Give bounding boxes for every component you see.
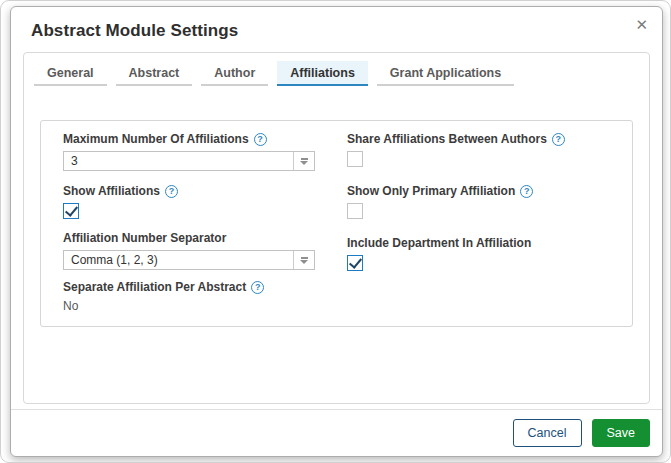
field-include-department: Include Department In Affiliation xyxy=(347,236,612,271)
field-label: Show Affiliations ? xyxy=(63,184,315,199)
field-show-affiliations: Show Affiliations ? xyxy=(63,184,315,219)
field-label: Separate Affiliation Per Abstract ? xyxy=(63,280,315,295)
field-label: Show Only Primary Affiliation ? xyxy=(347,184,612,199)
max-affiliations-select[interactable]: 3 xyxy=(63,151,315,171)
separate-affiliation-value: No xyxy=(63,299,315,314)
share-affiliations-checkbox[interactable] xyxy=(347,151,363,167)
show-affiliations-checkbox[interactable] xyxy=(63,203,79,219)
share-affiliations-label: Share Affiliations Between Authors xyxy=(347,132,547,147)
field-max-affiliations: Maximum Number Of Affiliations ? 3 xyxy=(63,132,315,171)
field-number-separator: Affiliation Number Separator Comma (1, 2… xyxy=(63,231,315,270)
help-icon[interactable]: ? xyxy=(552,133,565,146)
field-share-affiliations: Share Affiliations Between Authors ? xyxy=(347,132,612,167)
settings-tab-panel: General Abstract Author Affiliations Gra… xyxy=(23,52,650,404)
tab-grant-applications[interactable]: Grant Applications xyxy=(377,61,514,86)
affiliations-settings-form: Maximum Number Of Affiliations ? 3 Show … xyxy=(40,120,633,327)
field-label: Maximum Number Of Affiliations ? xyxy=(63,132,315,147)
field-separate-affiliation: Separate Affiliation Per Abstract ? No xyxy=(63,280,315,314)
cancel-button[interactable]: Cancel xyxy=(513,419,582,447)
help-icon[interactable]: ? xyxy=(254,133,267,146)
help-icon[interactable]: ? xyxy=(520,185,533,198)
primary-affiliation-label: Show Only Primary Affiliation xyxy=(347,184,515,199)
tab-general[interactable]: General xyxy=(34,61,107,86)
max-affiliations-value: 3 xyxy=(71,154,78,168)
dialog-footer: Cancel Save xyxy=(11,409,662,456)
help-icon[interactable]: ? xyxy=(251,281,264,294)
field-label: Share Affiliations Between Authors ? xyxy=(347,132,612,147)
close-icon[interactable]: ✕ xyxy=(635,17,648,32)
dialog-header: Abstract Module Settings ✕ xyxy=(11,7,662,52)
field-label: Affiliation Number Separator xyxy=(63,231,315,246)
page-backdrop: Abstract Module Settings ✕ General Abstr… xyxy=(0,0,671,463)
chevron-down-icon xyxy=(293,152,314,170)
dialog-title: Abstract Module Settings xyxy=(31,21,642,41)
tab-bar: General Abstract Author Affiliations Gra… xyxy=(24,53,649,86)
form-right-column: Share Affiliations Between Authors ? Sho… xyxy=(347,132,612,314)
max-affiliations-label: Maximum Number Of Affiliations xyxy=(63,132,249,147)
form-left-column: Maximum Number Of Affiliations ? 3 Show … xyxy=(63,132,315,314)
include-department-checkbox[interactable] xyxy=(347,255,363,271)
tab-abstract[interactable]: Abstract xyxy=(116,61,193,86)
tab-affiliations[interactable]: Affiliations xyxy=(277,61,368,86)
save-button[interactable]: Save xyxy=(592,419,651,447)
field-primary-affiliation: Show Only Primary Affiliation ? xyxy=(347,184,612,219)
separate-affiliation-label: Separate Affiliation Per Abstract xyxy=(63,280,246,295)
chevron-down-icon xyxy=(293,251,314,269)
primary-affiliation-checkbox[interactable] xyxy=(347,203,363,219)
number-separator-value: Comma (1, 2, 3) xyxy=(71,253,158,267)
tab-author[interactable]: Author xyxy=(201,61,268,86)
help-icon[interactable]: ? xyxy=(165,185,178,198)
abstract-module-settings-dialog: Abstract Module Settings ✕ General Abstr… xyxy=(10,6,663,457)
number-separator-label: Affiliation Number Separator xyxy=(63,231,226,246)
show-affiliations-label: Show Affiliations xyxy=(63,184,160,199)
include-department-label: Include Department In Affiliation xyxy=(347,236,531,251)
field-label: Include Department In Affiliation xyxy=(347,236,612,251)
number-separator-select[interactable]: Comma (1, 2, 3) xyxy=(63,250,315,270)
